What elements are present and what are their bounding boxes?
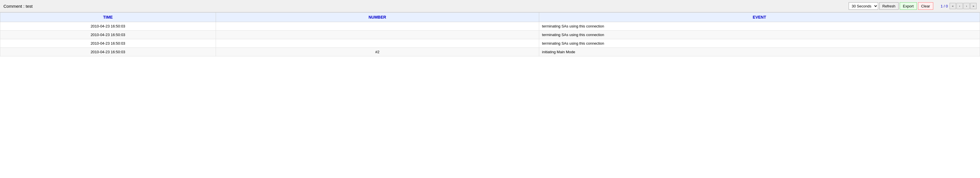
cell-time: 2010-04-23 16:50:03 [0,39,216,48]
cell-event: initiating Main Mode [539,48,980,57]
page-title: Comment : test [3,4,33,9]
last-page-button[interactable]: » [970,3,977,9]
pagination: 1 / 0 « ‹ › » [941,3,977,9]
pagination-info: 1 / 0 [941,4,948,8]
table-row: 2010-04-23 16:50:03terminating SAs using… [0,22,980,31]
cell-time: 2010-04-23 16:50:03 [0,31,216,39]
log-table: TIME NUMBER EVENT 2010-04-23 16:50:03ter… [0,12,980,57]
refresh-button[interactable]: Refresh [879,2,899,10]
export-button[interactable]: Export [900,2,917,10]
first-page-button[interactable]: « [950,3,956,9]
interval-select[interactable]: 10 Seconds30 Seconds1 Minute5 Minutes [849,2,878,10]
cell-time: 2010-04-23 16:50:03 [0,48,216,57]
table-row: 2010-04-23 16:50:03terminating SAs using… [0,31,980,39]
cell-number: #2 [216,48,539,57]
cell-event: terminating SAs using this connection [539,31,980,39]
cell-number [216,22,539,31]
toolbar: Comment : test 10 Seconds30 Seconds1 Min… [0,0,980,12]
cell-time: 2010-04-23 16:50:03 [0,22,216,31]
table-body: 2010-04-23 16:50:03terminating SAs using… [0,22,980,57]
cell-number [216,31,539,39]
prev-page-button[interactable]: ‹ [956,3,963,9]
cell-event: terminating SAs using this connection [539,22,980,31]
cell-number [216,39,539,48]
cell-event: terminating SAs using this connection [539,39,980,48]
table-row: 2010-04-23 16:50:03terminating SAs using… [0,39,980,48]
table-row: 2010-04-23 16:50:03#2initiating Main Mod… [0,48,980,57]
col-header-event: EVENT [539,13,980,22]
clear-button[interactable]: Clear [918,2,933,10]
col-header-number: NUMBER [216,13,539,22]
table-header: TIME NUMBER EVENT [0,13,980,22]
next-page-button[interactable]: › [963,3,970,9]
toolbar-controls: 10 Seconds30 Seconds1 Minute5 Minutes Re… [849,2,933,10]
col-header-time: TIME [0,13,216,22]
